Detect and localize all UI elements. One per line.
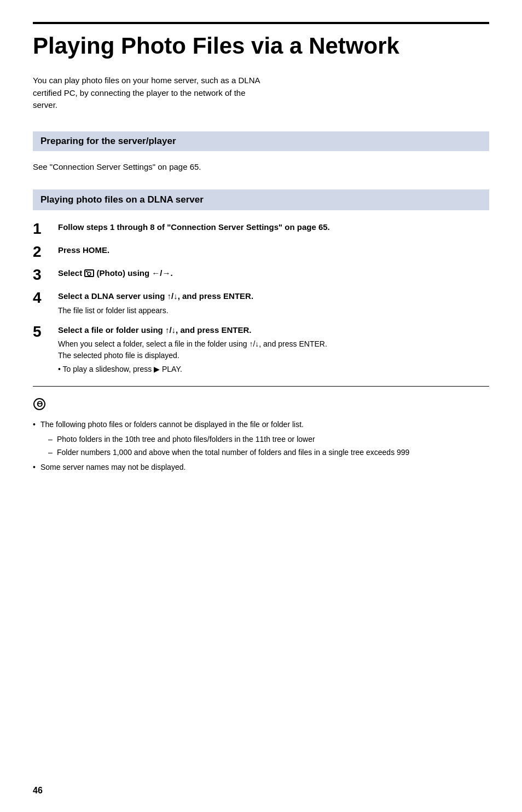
step-4: 4 Select a DLNA server using ↑/↓, and pr… (33, 290, 489, 316)
step-5: 5 Select a file or folder using ↑/↓, and… (33, 324, 489, 376)
note-subitem-1: Photo folders in the 10th tree and photo… (48, 433, 489, 445)
step-4-sub: The file list or folder list appears. (58, 305, 489, 316)
note-subitem-2-text: Folder numbers 1,000 and above when the … (57, 448, 409, 457)
section1-box: Preparing for the server/player (33, 131, 489, 151)
note-symbol-icon: ϴ (33, 398, 46, 411)
svg-text:ϴ: ϴ (37, 400, 43, 408)
top-border (33, 22, 489, 24)
page-title: Playing Photo Files via a Network (33, 33, 489, 59)
step-1-content: Follow steps 1 through 8 of "Connection … (58, 221, 489, 234)
note-item-2: Some server names may not be displayed. (33, 461, 489, 473)
note-item-1-text: The following photo files or folders can… (40, 420, 304, 429)
note-item-1: The following photo files or folders can… (33, 418, 489, 458)
step-5-number: 5 (33, 324, 53, 339)
intro-paragraph: You can play photo files on your home se… (33, 74, 263, 112)
step-5-bullet: • To play a slideshow, press ▶ PLAY. (58, 364, 489, 375)
section1-title: Preparing for the server/player (40, 136, 176, 146)
section1-body: See "Connection Server Settings" on page… (33, 161, 263, 174)
step-3-number: 3 (33, 267, 53, 283)
page-container: Playing Photo Files via a Network You ca… (0, 0, 522, 812)
step-1-number: 1 (33, 221, 53, 237)
step-5-content: Select a file or folder using ↑/↓, and p… (58, 324, 489, 376)
notes-section: ϴ The following photo files or folders c… (33, 398, 489, 473)
step-2-number: 2 (33, 244, 53, 260)
steps-container: 1 Follow steps 1 through 8 of "Connectio… (33, 221, 489, 375)
svg-point-0 (88, 272, 91, 275)
step-2-content: Press HOME. (58, 244, 489, 257)
section2-box: Playing photo files on a DLNA server (33, 189, 489, 210)
notes-list: The following photo files or folders can… (33, 418, 489, 473)
page-number: 46 (33, 786, 43, 796)
step-3: 3 Select (Photo) using ←/→. (33, 267, 489, 283)
photo-icon (84, 269, 94, 277)
note-item-2-text: Some server names may not be displayed. (40, 463, 185, 471)
note-item-1-sublist: Photo folders in the 10th tree and photo… (40, 433, 489, 459)
step-5-sub: When you select a folder, select a file … (58, 338, 489, 361)
divider (33, 386, 489, 387)
step-2: 2 Press HOME. (33, 244, 489, 260)
step-1: 1 Follow steps 1 through 8 of "Connectio… (33, 221, 489, 237)
svg-rect-1 (86, 271, 88, 272)
step-4-content: Select a DLNA server using ↑/↓, and pres… (58, 290, 489, 316)
step-3-content: Select (Photo) using ←/→. (58, 267, 489, 280)
note-subitem-1-text: Photo folders in the 10th tree and photo… (57, 435, 315, 444)
note-subitem-2: Folder numbers 1,000 and above when the … (48, 446, 489, 458)
step-4-number: 4 (33, 290, 53, 306)
section2-title: Playing photo files on a DLNA server (40, 194, 204, 205)
notes-icon: ϴ (33, 398, 489, 414)
